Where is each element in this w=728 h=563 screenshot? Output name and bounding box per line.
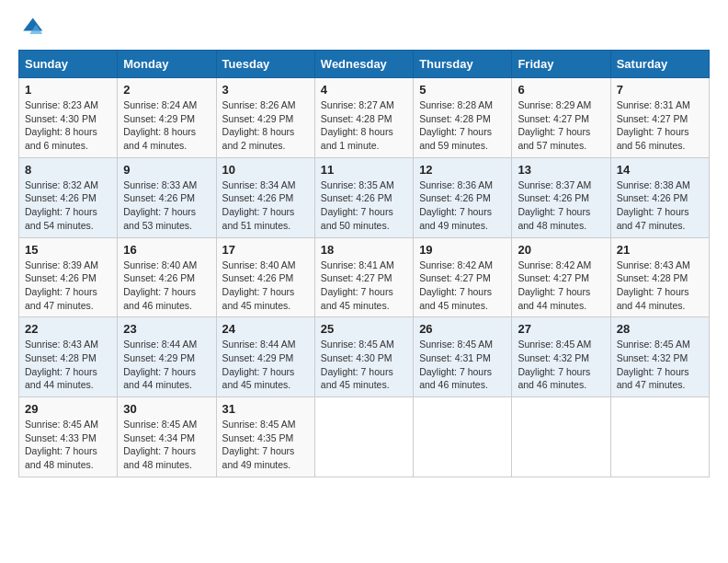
day-number: 28 [617,322,703,336]
day-info: Sunrise: 8:32 AMSunset: 4:26 PMDaylight:… [25,179,98,231]
calendar-cell: 21 Sunrise: 8:43 AMSunset: 4:28 PMDaylig… [610,237,709,317]
day-info: Sunrise: 8:35 AMSunset: 4:26 PMDaylight:… [321,179,394,231]
day-number: 21 [617,243,703,257]
calendar-cell: 15 Sunrise: 8:39 AMSunset: 4:26 PMDaylig… [19,237,118,317]
day-info: Sunrise: 8:45 AMSunset: 4:35 PMDaylight:… [222,419,296,470]
day-number: 22 [25,322,111,336]
calendar-cell: 20 Sunrise: 8:42 AMSunset: 4:27 PMDaylig… [512,237,610,317]
day-number: 2 [123,83,210,97]
day-number: 27 [518,322,604,336]
calendar-week-row: 8 Sunrise: 8:32 AMSunset: 4:26 PMDayligh… [19,157,710,237]
calendar-week-row: 15 Sunrise: 8:39 AMSunset: 4:26 PMDaylig… [19,237,710,317]
calendar-header-row: SundayMondayTuesdayWednesdayThursdayFrid… [19,51,710,78]
calendar-cell: 5 Sunrise: 8:28 AMSunset: 4:28 PMDayligh… [414,78,512,158]
day-info: Sunrise: 8:45 AMSunset: 4:31 PMDaylight:… [419,339,493,390]
calendar-cell: 31 Sunrise: 8:45 AMSunset: 4:35 PMDaylig… [216,397,314,477]
calendar-cell [314,397,413,477]
day-number: 9 [123,163,210,177]
calendar-cell: 3 Sunrise: 8:26 AMSunset: 4:29 PMDayligh… [216,78,314,158]
calendar-cell: 17 Sunrise: 8:40 AMSunset: 4:26 PMDaylig… [216,237,314,317]
calendar-cell: 6 Sunrise: 8:29 AMSunset: 4:27 PMDayligh… [512,78,610,158]
calendar-header-thursday: Thursday [414,51,512,78]
day-number: 6 [518,83,604,97]
calendar-header-friday: Friday [512,51,610,78]
calendar-cell: 13 Sunrise: 8:37 AMSunset: 4:26 PMDaylig… [512,157,610,237]
day-number: 1 [25,83,111,97]
day-number: 25 [321,322,407,336]
day-info: Sunrise: 8:26 AMSunset: 4:29 PMDaylight:… [222,99,296,151]
day-number: 10 [222,163,309,177]
day-info: Sunrise: 8:36 AMSunset: 4:26 PMDaylight:… [419,179,493,231]
calendar-week-row: 1 Sunrise: 8:23 AMSunset: 4:30 PMDayligh… [19,78,710,158]
day-number: 8 [25,163,111,177]
day-info: Sunrise: 8:37 AMSunset: 4:26 PMDaylight:… [518,179,591,231]
calendar-week-row: 29 Sunrise: 8:45 AMSunset: 4:33 PMDaylig… [19,397,710,477]
calendar-cell: 18 Sunrise: 8:41 AMSunset: 4:27 PMDaylig… [314,237,413,317]
header [18,15,710,40]
day-info: Sunrise: 8:27 AMSunset: 4:28 PMDaylight:… [321,99,394,151]
calendar-cell: 11 Sunrise: 8:35 AMSunset: 4:26 PMDaylig… [314,157,413,237]
calendar-cell: 23 Sunrise: 8:44 AMSunset: 4:29 PMDaylig… [118,317,216,397]
calendar-cell: 22 Sunrise: 8:43 AMSunset: 4:28 PMDaylig… [19,317,118,397]
calendar-cell: 29 Sunrise: 8:45 AMSunset: 4:33 PMDaylig… [19,397,118,477]
day-number: 4 [321,83,407,97]
day-info: Sunrise: 8:40 AMSunset: 4:26 PMDaylight:… [123,259,197,311]
calendar-cell: 25 Sunrise: 8:45 AMSunset: 4:30 PMDaylig… [314,317,413,397]
calendar-cell: 19 Sunrise: 8:42 AMSunset: 4:27 PMDaylig… [414,237,512,317]
calendar-header-saturday: Saturday [610,51,709,78]
logo-icon [18,15,44,40]
day-number: 18 [321,243,407,257]
calendar-cell: 2 Sunrise: 8:24 AMSunset: 4:29 PMDayligh… [118,78,216,158]
calendar-cell [414,397,512,477]
day-number: 3 [222,83,309,97]
calendar-cell: 27 Sunrise: 8:45 AMSunset: 4:32 PMDaylig… [512,317,610,397]
day-info: Sunrise: 8:40 AMSunset: 4:26 PMDaylight:… [222,259,296,311]
day-info: Sunrise: 8:45 AMSunset: 4:32 PMDaylight:… [518,339,591,390]
calendar-cell: 8 Sunrise: 8:32 AMSunset: 4:26 PMDayligh… [19,157,118,237]
calendar: SundayMondayTuesdayWednesdayThursdayFrid… [18,50,710,477]
calendar-cell [610,397,709,477]
calendar-cell: 16 Sunrise: 8:40 AMSunset: 4:26 PMDaylig… [118,237,216,317]
calendar-header-tuesday: Tuesday [216,51,314,78]
day-number: 12 [419,163,506,177]
day-number: 30 [123,402,210,416]
calendar-cell: 1 Sunrise: 8:23 AMSunset: 4:30 PMDayligh… [19,78,118,158]
day-info: Sunrise: 8:44 AMSunset: 4:29 PMDaylight:… [123,339,197,390]
day-info: Sunrise: 8:45 AMSunset: 4:33 PMDaylight:… [25,419,98,470]
day-number: 19 [419,243,506,257]
day-info: Sunrise: 8:45 AMSunset: 4:30 PMDaylight:… [321,339,394,390]
day-number: 29 [25,402,111,416]
day-info: Sunrise: 8:29 AMSunset: 4:27 PMDaylight:… [518,99,591,151]
day-number: 26 [419,322,506,336]
calendar-cell: 10 Sunrise: 8:34 AMSunset: 4:26 PMDaylig… [216,157,314,237]
day-number: 15 [25,243,111,257]
day-number: 31 [222,402,309,416]
calendar-cell: 26 Sunrise: 8:45 AMSunset: 4:31 PMDaylig… [414,317,512,397]
calendar-header-monday: Monday [118,51,216,78]
calendar-cell: 12 Sunrise: 8:36 AMSunset: 4:26 PMDaylig… [414,157,512,237]
day-number: 23 [123,322,210,336]
day-number: 16 [123,243,210,257]
calendar-cell: 28 Sunrise: 8:45 AMSunset: 4:32 PMDaylig… [610,317,709,397]
calendar-header-sunday: Sunday [19,51,118,78]
day-info: Sunrise: 8:43 AMSunset: 4:28 PMDaylight:… [25,339,98,390]
day-number: 17 [222,243,309,257]
day-number: 24 [222,322,309,336]
day-info: Sunrise: 8:33 AMSunset: 4:26 PMDaylight:… [123,179,197,231]
calendar-header-wednesday: Wednesday [314,51,413,78]
day-number: 13 [518,163,604,177]
day-info: Sunrise: 8:23 AMSunset: 4:30 PMDaylight:… [25,99,98,151]
day-number: 20 [518,243,604,257]
calendar-cell: 30 Sunrise: 8:45 AMSunset: 4:34 PMDaylig… [118,397,216,477]
logo [18,15,48,40]
day-number: 7 [617,83,703,97]
calendar-cell: 14 Sunrise: 8:38 AMSunset: 4:26 PMDaylig… [610,157,709,237]
day-info: Sunrise: 8:41 AMSunset: 4:27 PMDaylight:… [321,259,394,311]
day-number: 14 [617,163,703,177]
day-info: Sunrise: 8:42 AMSunset: 4:27 PMDaylight:… [419,259,493,311]
day-info: Sunrise: 8:39 AMSunset: 4:26 PMDaylight:… [25,259,98,311]
day-info: Sunrise: 8:38 AMSunset: 4:26 PMDaylight:… [617,179,690,231]
calendar-cell: 4 Sunrise: 8:27 AMSunset: 4:28 PMDayligh… [314,78,413,158]
day-info: Sunrise: 8:42 AMSunset: 4:27 PMDaylight:… [518,259,591,311]
calendar-week-row: 22 Sunrise: 8:43 AMSunset: 4:28 PMDaylig… [19,317,710,397]
